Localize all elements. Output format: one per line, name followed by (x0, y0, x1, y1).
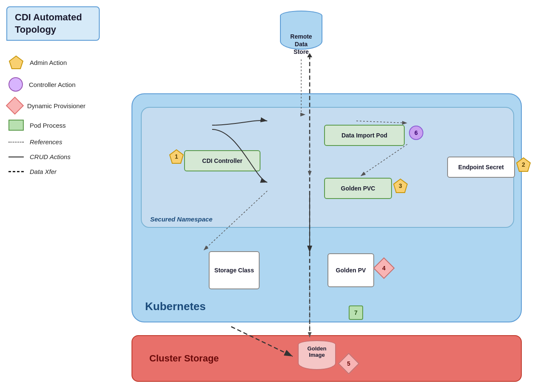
legend-admin-action: Admin Action (8, 55, 86, 70)
golden-pvc-node: Golden PVC (324, 178, 392, 199)
golden-image-node: GoldenImage (298, 340, 336, 370)
pentagon-icon (8, 55, 24, 70)
legend: Admin Action Controller Action Dynamic P… (8, 55, 86, 175)
endpoint-secret-label: Endpoint Secret (458, 164, 504, 171)
data-xfer-line-icon (8, 171, 24, 172)
diagram-container: CDI Automated Topology Admin Action Cont… (0, 0, 543, 392)
badge-3: 3 (393, 178, 408, 193)
dynamic-provisioner-label: Dynamic Provisioner (27, 102, 86, 109)
kubernetes-box: Kubernetes Secured Namespace CDI Control… (132, 93, 522, 322)
badge-4: 4 (375, 260, 392, 277)
cluster-storage-box: Cluster Storage GoldenImage 5 (132, 335, 522, 382)
namespace-box: Secured Namespace CDI Controller 1 Data … (141, 107, 514, 228)
crud-line-icon (8, 157, 24, 157)
golden-pv-node: Golden PV (327, 253, 374, 287)
diagram-title: CDI Automated Topology (15, 11, 91, 36)
data-xfer-label: Data Xfer (30, 168, 56, 175)
cdi-controller-node: CDI Controller (184, 150, 260, 171)
admin-action-label: Admin Action (30, 59, 67, 66)
remote-data-store: RemoteDataStore (280, 11, 322, 56)
golden-pvc-label: Golden PVC (341, 185, 375, 192)
golden-image-label: GoldenImage (298, 345, 336, 358)
ref-line-icon (8, 142, 24, 143)
pod-process-label: Pod Process (30, 122, 66, 129)
storage-class-label: Storage Class (214, 267, 254, 274)
badge-6: 6 (409, 126, 423, 140)
badge-2: 2 (516, 157, 531, 172)
golden-pv-label: Golden PV (336, 267, 366, 274)
kubernetes-label: Kubernetes (145, 300, 206, 313)
data-import-pod-label: Data Import Pod (341, 132, 387, 139)
legend-references: References (8, 138, 86, 146)
badge-5: 5 (340, 355, 357, 372)
legend-data-xfer: Data Xfer (8, 168, 86, 175)
badge-1: 1 (169, 149, 184, 164)
title-box: CDI Automated Topology (6, 6, 100, 41)
badge-7: 7 (349, 305, 363, 320)
controller-action-label: Controller Action (29, 81, 76, 88)
cdi-controller-label: CDI Controller (202, 157, 243, 164)
diamond-icon (6, 97, 24, 115)
endpoint-secret-node: Endpoint Secret (447, 157, 515, 178)
data-import-pod-node: Data Import Pod (324, 125, 405, 146)
rect-icon (8, 120, 24, 131)
legend-dynamic-provisioner: Dynamic Provisioner (8, 99, 86, 112)
namespace-label: Secured Namespace (150, 216, 213, 223)
legend-pod-process: Pod Process (8, 120, 86, 131)
storage-class-node: Storage Class (209, 251, 260, 289)
legend-crud-actions: CRUD Actions (8, 153, 86, 160)
cluster-storage-label: Cluster Storage (149, 353, 219, 364)
circle-icon (8, 77, 23, 92)
svg-marker-0 (9, 56, 23, 69)
crud-actions-label: CRUD Actions (30, 153, 70, 160)
references-label: References (30, 138, 62, 146)
legend-controller-action: Controller Action (8, 77, 86, 92)
remote-store-label: RemoteDataStore (290, 33, 312, 56)
